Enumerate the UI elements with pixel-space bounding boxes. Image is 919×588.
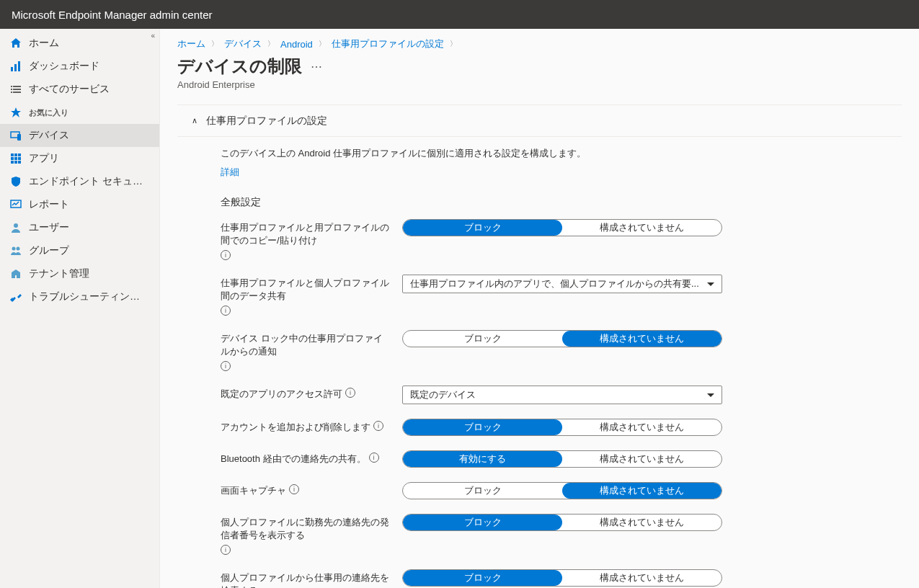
field-label-data-share: 仕事用プロファイルと個人プロファイル間のデータ共有 i bbox=[221, 275, 391, 316]
svg-rect-14 bbox=[11, 157, 14, 160]
field-label-search-contact: 個人プロファイルから仕事用の連絡先を検索する i bbox=[221, 569, 391, 588]
star-icon bbox=[10, 107, 22, 118]
search-contact-option-left[interactable]: ブロック bbox=[403, 570, 562, 586]
svg-rect-1 bbox=[14, 64, 17, 71]
apps-icon bbox=[10, 153, 22, 164]
info-icon[interactable]: i bbox=[289, 484, 299, 494]
bluetooth-option-left[interactable]: 有効にする bbox=[403, 451, 562, 467]
chevron-up-icon: ∧ bbox=[192, 116, 197, 125]
bluetooth-option-right[interactable]: 構成されていません bbox=[562, 451, 722, 467]
sidebar-item-3[interactable]: お気に入り bbox=[0, 101, 159, 124]
sidebar-item-4[interactable]: デバイス bbox=[0, 124, 159, 147]
field-label-notify-lock: デバイス ロック中の仕事用プロファイルからの通知 i bbox=[221, 330, 391, 371]
field-account: アカウントを追加および削除します i ブロック 構成されていません bbox=[221, 419, 902, 436]
sidebar-item-label: アプリ bbox=[29, 152, 59, 165]
search-contact-option-right[interactable]: 構成されていません bbox=[562, 570, 722, 586]
svg-rect-18 bbox=[14, 161, 17, 164]
sidebar-item-label: すべてのサービス bbox=[29, 83, 110, 96]
svg-rect-12 bbox=[14, 153, 17, 156]
info-icon[interactable]: i bbox=[373, 421, 383, 431]
field-label-account: アカウントを追加および削除します i bbox=[221, 419, 391, 434]
svg-rect-3 bbox=[11, 86, 12, 87]
sidebar-item-0[interactable]: ホーム bbox=[0, 32, 159, 55]
chevron-right-icon: 〉 bbox=[211, 39, 218, 49]
breadcrumb-android[interactable]: Android bbox=[280, 39, 313, 50]
more-actions-icon[interactable]: ⋯ bbox=[311, 60, 322, 74]
breadcrumb-home[interactable]: ホーム bbox=[177, 37, 205, 50]
section-title: 仕事用プロファイルの設定 bbox=[206, 115, 327, 128]
section-description: このデバイス上の Android 仕事用プロファイルに個別に適用される設定を構成… bbox=[221, 147, 902, 160]
svg-point-21 bbox=[14, 223, 18, 228]
svg-rect-16 bbox=[18, 157, 21, 160]
search-contact-toggle: ブロック 構成されていません bbox=[402, 569, 722, 587]
sidebar-item-9[interactable]: グループ bbox=[0, 239, 159, 262]
data-share-select[interactable]: 仕事用プロファイル内のアプリで、個人プロファイルからの共有要... bbox=[402, 275, 722, 293]
sidebar-item-label: テナント管理 bbox=[29, 267, 89, 280]
copy-paste-option-left[interactable]: ブロック bbox=[403, 220, 562, 236]
svg-rect-4 bbox=[13, 86, 21, 87]
svg-rect-13 bbox=[18, 153, 21, 156]
field-copy-paste: 仕事用プロファイルと用プロファイルの間でのコピー/貼り付け i ブロック 構成さ… bbox=[221, 219, 902, 260]
info-icon[interactable]: i bbox=[221, 250, 231, 260]
group-title-general: 全般設定 bbox=[221, 196, 902, 209]
notify-lock-option-left[interactable]: ブロック bbox=[403, 331, 562, 347]
sidebar-item-11[interactable]: トラブルシューティング +... bbox=[0, 285, 159, 308]
report-icon bbox=[10, 199, 22, 210]
device-icon bbox=[10, 130, 22, 141]
sidebar-item-label: ユーザー bbox=[29, 221, 69, 234]
field-capture: 画面キャプチャ i ブロック 構成されていません bbox=[221, 482, 902, 499]
capture-option-right[interactable]: 構成されていません bbox=[562, 483, 722, 499]
chevron-right-icon: 〉 bbox=[319, 39, 326, 49]
copy-paste-option-right[interactable]: 構成されていません bbox=[562, 220, 722, 236]
field-label-default-perm: 既定のアプリのアクセス許可 i bbox=[221, 386, 391, 401]
shield-icon bbox=[10, 176, 22, 187]
svg-rect-19 bbox=[18, 161, 21, 164]
sidebar-item-1[interactable]: ダッシュボード bbox=[0, 55, 159, 78]
notify-lock-option-right[interactable]: 構成されていません bbox=[562, 331, 722, 347]
svg-rect-15 bbox=[14, 157, 17, 160]
sidebar-item-label: ホーム bbox=[29, 37, 59, 50]
info-icon[interactable]: i bbox=[221, 361, 231, 371]
sidebar-item-label: お気に入り bbox=[29, 107, 68, 118]
info-icon[interactable]: i bbox=[369, 453, 379, 463]
details-link[interactable]: 詳細 bbox=[221, 166, 902, 179]
svg-rect-5 bbox=[11, 89, 12, 90]
sidebar-item-label: レポート bbox=[29, 198, 69, 211]
sidebar-item-10[interactable]: テナント管理 bbox=[0, 262, 159, 285]
caller-id-option-left[interactable]: ブロック bbox=[403, 514, 562, 530]
field-caller-id: 個人プロファイルに勤務先の連絡先の発信者番号を表示する i ブロック 構成されて… bbox=[221, 514, 902, 555]
sidebar-item-label: ダッシュボード bbox=[29, 60, 99, 73]
section-header-work-profile[interactable]: ∧ 仕事用プロファイルの設定 bbox=[177, 105, 902, 137]
account-option-left[interactable]: ブロック bbox=[403, 419, 562, 435]
sidebar-item-label: トラブルシューティング +... bbox=[29, 290, 149, 303]
svg-point-22 bbox=[12, 247, 16, 251]
field-bluetooth: Bluetooth 経由での連絡先の共有。 i 有効にする 構成されていません bbox=[221, 450, 902, 468]
capture-option-left[interactable]: ブロック bbox=[403, 483, 562, 499]
app-header: Microsoft Endpoint Manager admin center bbox=[0, 0, 919, 29]
svg-rect-17 bbox=[11, 161, 14, 164]
info-icon[interactable]: i bbox=[221, 545, 231, 555]
sidebar-item-8[interactable]: ユーザー bbox=[0, 216, 159, 239]
user-icon bbox=[10, 222, 22, 233]
account-option-right[interactable]: 構成されていません bbox=[562, 419, 722, 435]
svg-rect-8 bbox=[13, 92, 21, 93]
info-icon[interactable]: i bbox=[345, 388, 355, 398]
info-icon[interactable]: i bbox=[221, 306, 231, 316]
collapse-sidebar-icon[interactable]: « bbox=[151, 32, 155, 40]
breadcrumb-devices[interactable]: デバイス bbox=[224, 37, 262, 50]
breadcrumb-work-profile[interactable]: 仕事用プロファイルの設定 bbox=[332, 37, 444, 50]
bluetooth-toggle: 有効にする 構成されていません bbox=[402, 450, 722, 468]
dash-icon bbox=[10, 61, 22, 72]
chevron-right-icon: 〉 bbox=[267, 39, 275, 49]
sidebar-item-6[interactable]: エンドポイント セキュリ... bbox=[0, 170, 159, 193]
default-perm-select[interactable]: 既定のデバイス bbox=[402, 386, 722, 404]
svg-point-23 bbox=[17, 247, 20, 251]
svg-rect-0 bbox=[11, 67, 13, 71]
svg-rect-7 bbox=[11, 92, 12, 93]
copy-paste-toggle: ブロック 構成されていません bbox=[402, 219, 722, 236]
sidebar-item-5[interactable]: アプリ bbox=[0, 147, 159, 170]
caller-id-option-right[interactable]: 構成されていません bbox=[562, 514, 722, 530]
sidebar-item-2[interactable]: すべてのサービス bbox=[0, 78, 159, 101]
sidebar-item-7[interactable]: レポート bbox=[0, 193, 159, 216]
caller-id-toggle: ブロック 構成されていません bbox=[402, 514, 722, 531]
